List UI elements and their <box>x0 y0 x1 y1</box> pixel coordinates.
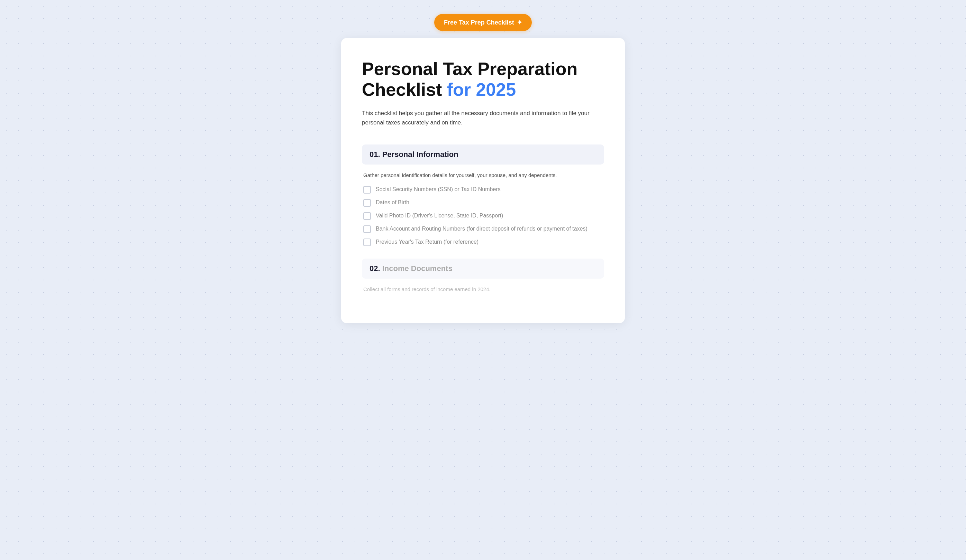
checklist-label-dob: Dates of Birth <box>376 198 409 207</box>
title-line1: Personal Tax Preparation <box>362 59 577 79</box>
section-header-2: 02. Income Documents <box>362 259 604 278</box>
checklist-label-prev-return: Previous Year's Tax Return (for referenc… <box>376 238 478 246</box>
checklist-label-ssn: Social Security Numbers (SSN) or Tax ID … <box>376 185 501 193</box>
section-title-text-2: Income Documents <box>382 264 453 273</box>
title-for: for <box>447 80 476 100</box>
checklist-item: Valid Photo ID (Driver's License, State … <box>363 211 603 220</box>
section-description-1: Gather personal identification details f… <box>362 172 604 179</box>
checkbox-dob[interactable] <box>363 199 371 207</box>
cta-button-label: Free Tax Prep Checklist <box>444 19 514 26</box>
page-title: Personal Tax Preparation Checklist for 2… <box>362 59 604 100</box>
section-income-documents: 02. Income Documents Collect all forms a… <box>362 259 604 293</box>
page-wrapper: Free Tax Prep Checklist ✦ Personal Tax P… <box>341 14 625 323</box>
checkbox-ssn[interactable] <box>363 186 371 193</box>
checklist-label-bank: Bank Account and Routing Numbers (for di… <box>376 225 588 233</box>
section-title-text-1: Personal Information <box>382 150 458 159</box>
checklist-item: Previous Year's Tax Return (for referenc… <box>363 238 603 246</box>
section-title-1: 01. Personal Information <box>370 150 458 159</box>
section-num-1: 01. <box>370 150 382 159</box>
checklist-item: Social Security Numbers (SSN) or Tax ID … <box>363 185 603 193</box>
section-num-2: 02. <box>370 264 382 273</box>
page-subtitle: This checklist helps you gather all the … <box>362 108 597 127</box>
checkbox-bank[interactable] <box>363 225 371 233</box>
section-title-2: 02. Income Documents <box>370 264 453 273</box>
checklist-item: Dates of Birth <box>363 198 603 207</box>
spark-icon: ✦ <box>517 19 522 26</box>
checklist-label-photo-id: Valid Photo ID (Driver's License, State … <box>376 211 503 220</box>
main-card: Personal Tax Preparation Checklist for 2… <box>341 38 625 323</box>
checklist-item: Bank Account and Routing Numbers (for di… <box>363 225 603 233</box>
section-description-2: Collect all forms and records of income … <box>362 285 604 293</box>
checkbox-photo-id[interactable] <box>363 212 371 220</box>
checklist-1: Social Security Numbers (SSN) or Tax ID … <box>362 185 604 246</box>
title-line2-prefix: Checklist <box>362 80 447 100</box>
section-personal-information: 01. Personal Information Gather personal… <box>362 144 604 246</box>
section-header-1: 01. Personal Information <box>362 144 604 165</box>
title-year: 2025 <box>476 80 516 100</box>
cta-button[interactable]: Free Tax Prep Checklist ✦ <box>434 14 532 31</box>
checkbox-prev-return[interactable] <box>363 239 371 246</box>
